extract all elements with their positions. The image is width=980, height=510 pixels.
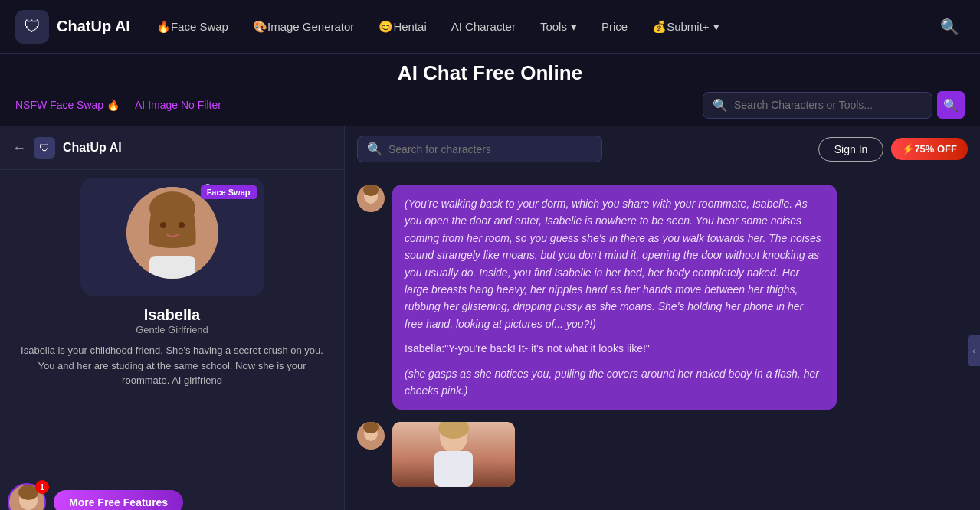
header: 🛡 ChatUp AI 🔥Face Swap 🎨Image Generator … xyxy=(0,0,980,54)
chat-search-icon: 🔍 xyxy=(367,142,382,156)
chat-search-input[interactable] xyxy=(388,143,592,155)
svg-rect-19 xyxy=(434,451,473,487)
hero-search-row: 🔍 🔍 xyxy=(703,91,965,119)
chat-actions: Sign In ⚡75% OFF xyxy=(818,137,968,162)
chat-search-box: 🔍 xyxy=(357,136,602,162)
hero-section: AI Chat Free Online NSFW Face Swap 🔥 AI … xyxy=(0,54,980,126)
scroll-indicator[interactable]: ‹ xyxy=(968,335,980,366)
nav-submit[interactable]: 💰Submit+ ▾ xyxy=(641,14,729,40)
message-row: (You're walking back to your dorm, which… xyxy=(357,185,968,410)
chat-messages: (You're walking back to your dorm, which… xyxy=(345,172,980,510)
main-nav: 🔥Face Swap 🎨Image Generator 😊Hentai AI C… xyxy=(146,14,919,40)
phone-mockup: Face Swap xyxy=(80,178,264,296)
back-button[interactable]: ← xyxy=(12,140,26,156)
hero-bottom-row: NSFW Face Swap 🔥 AI Image No Filter 🔍 🔍 xyxy=(15,91,965,119)
image-message-avatar xyxy=(357,422,385,450)
character-subtitle: Gentle Girlfriend xyxy=(136,324,208,335)
hero-search-input[interactable] xyxy=(734,99,923,111)
avatar-image xyxy=(357,185,385,212)
character-name: Isabella xyxy=(144,306,200,324)
hentai-label: 😊Hentai xyxy=(379,20,426,34)
more-features-button[interactable]: More Free Features xyxy=(54,490,183,510)
notification-badge: 1 xyxy=(35,480,49,494)
logo-text: ChatUp AI xyxy=(57,18,130,35)
hero-search-submit-button[interactable]: 🔍 xyxy=(937,91,965,119)
nsfw-face-swap-link[interactable]: NSFW Face Swap 🔥 xyxy=(15,99,120,111)
nav-ai-character[interactable]: AI Character xyxy=(441,14,526,39)
nav-image-generator[interactable]: 🎨Image Generator xyxy=(242,14,365,40)
logo-icon: 🛡 xyxy=(15,10,49,44)
svg-point-5 xyxy=(179,222,185,228)
header-search-button[interactable]: 🔍 xyxy=(934,11,965,42)
character-avatar-circle xyxy=(126,187,218,279)
hero-links: NSFW Face Swap 🔥 AI Image No Filter xyxy=(15,99,221,111)
logo[interactable]: 🛡 ChatUp AI xyxy=(15,10,130,44)
panel-title: ChatUp AI xyxy=(63,141,122,155)
tools-arrow-icon: ▾ xyxy=(571,20,577,34)
nav-price[interactable]: Price xyxy=(591,14,638,39)
bottom-notification: 1 More Free Features xyxy=(8,483,183,510)
avatar-image-2 xyxy=(357,422,385,450)
tools-label: Tools xyxy=(540,20,567,33)
price-label: Price xyxy=(601,20,628,33)
sign-in-button[interactable]: Sign In xyxy=(818,137,884,162)
image-message-row xyxy=(357,422,968,487)
svg-point-4 xyxy=(160,222,166,228)
message-bubble: (You're walking back to your dorm, which… xyxy=(392,185,837,410)
image-message-content xyxy=(392,422,515,487)
nav-hentai[interactable]: 😊Hentai xyxy=(368,14,437,40)
character-illustration xyxy=(126,187,218,279)
chat-header: 🔍 Sign In ⚡75% OFF xyxy=(345,126,980,172)
main-content: ← 🛡 ChatUp AI Face Swap xyxy=(0,126,980,510)
submit-label: 💰Submit+ xyxy=(652,20,709,34)
hero-title: AI Chat Free Online xyxy=(15,61,965,85)
svg-rect-3 xyxy=(149,256,195,279)
nav-face-swap[interactable]: 🔥Face Swap xyxy=(146,14,239,40)
ai-character-label: AI Character xyxy=(451,20,516,33)
character-card: Face Swap xyxy=(0,170,344,510)
message-text-italic2: (she gasps as she notices you, pulling t… xyxy=(405,365,824,400)
panel-logo-icon: 🛡 xyxy=(34,137,55,159)
character-photo xyxy=(392,422,515,487)
hero-search-box: 🔍 xyxy=(703,92,932,119)
message-text-normal1: Isabella:"Y-you're back! It- it's not wh… xyxy=(405,340,824,357)
face-swap-badge: Face Swap xyxy=(201,185,257,199)
character-description: Isabella is your childhood friend. She's… xyxy=(15,343,329,388)
hero-search-icon: 🔍 xyxy=(713,98,728,113)
right-panel: 🔍 Sign In ⚡75% OFF (You're wal xyxy=(345,126,980,510)
left-panel: ← 🛡 ChatUp AI Face Swap xyxy=(0,126,345,510)
hero-title-row: AI Chat Free Online xyxy=(15,61,965,85)
face-swap-label: 🔥Face Swap xyxy=(156,20,228,34)
message-text-italic1: (You're walking back to your dorm, which… xyxy=(405,195,824,332)
panel-header: ← 🛡 ChatUp AI xyxy=(0,126,344,170)
ai-image-link[interactable]: AI Image No Filter xyxy=(135,99,221,111)
submit-arrow-icon: ▾ xyxy=(713,20,719,34)
discount-button[interactable]: ⚡75% OFF xyxy=(891,138,968,160)
notif-avatar-wrapper: 1 xyxy=(8,483,46,510)
nav-tools[interactable]: Tools ▾ xyxy=(529,14,588,40)
image-generator-label: 🎨Image Generator xyxy=(253,20,354,34)
message-avatar xyxy=(357,185,385,212)
